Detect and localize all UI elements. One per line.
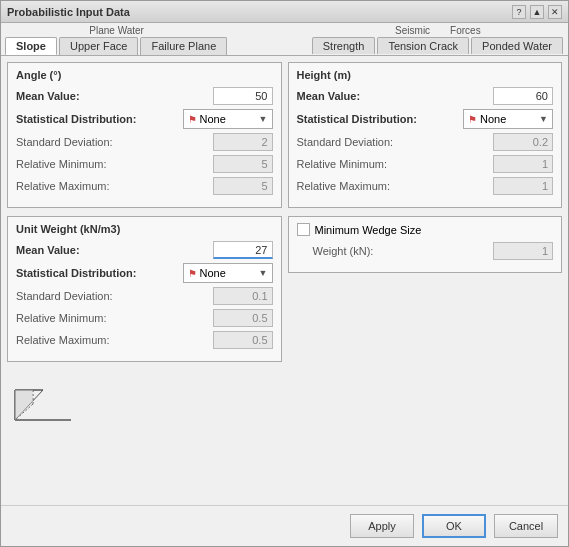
unit-weight-title: Unit Weight (kN/m3) — [16, 223, 273, 235]
tabs-section: Plane Water Slope Upper Face Failure Pla… — [1, 23, 568, 56]
angle-mean-row: Mean Value: 50 — [16, 87, 273, 105]
height-dist-icon: ⚑ — [468, 114, 477, 125]
angle-std-dev-label: Standard Deviation: — [16, 136, 213, 148]
uw-rel-max-label: Relative Maximum: — [16, 334, 213, 346]
min-wedge-checkbox-row: Minimum Wedge Size — [297, 223, 554, 236]
right-tab-group: Strength Tension Crack Ponded Water — [312, 37, 564, 54]
unit-weight-group: Unit Weight (kN/m3) Mean Value: 27 Stati… — [7, 216, 282, 362]
height-group: Height (m) Mean Value: 60 Statistical Di… — [288, 62, 563, 208]
apply-button[interactable]: Apply — [350, 514, 414, 538]
seismic-forces-labels: Seismic Forces — [395, 25, 481, 36]
tab-tension-crack[interactable]: Tension Crack — [377, 37, 469, 54]
tabs-upper-row: Plane Water Slope Upper Face Failure Pla… — [1, 23, 568, 55]
uw-rel-min-label: Relative Minimum: — [16, 312, 213, 324]
angle-group: Angle (°) Mean Value: 50 Statistical Dis… — [7, 62, 282, 208]
close-button[interactable]: ✕ — [548, 5, 562, 19]
uw-std-dev-value: 0.1 — [213, 287, 273, 305]
uw-std-dev-label: Standard Deviation: — [16, 290, 213, 302]
uw-rel-min-row: Relative Minimum: 0.5 — [16, 309, 273, 327]
height-dropdown-arrow: ▼ — [539, 114, 548, 124]
weight-label: Weight (kN): — [297, 245, 494, 257]
height-std-dev-label: Standard Deviation: — [297, 136, 494, 148]
title-bar-left: Probabilistic Input Data — [7, 6, 130, 18]
angle-std-dev-row: Standard Deviation: 2 — [16, 133, 273, 151]
uw-stat-dist-row: Statistical Distribution: ⚑ None ▼ — [16, 263, 273, 283]
cancel-button[interactable]: Cancel — [494, 514, 558, 538]
left-tab-group: Slope Upper Face Failure Plane — [5, 37, 228, 55]
angle-mean-label: Mean Value: — [16, 90, 213, 102]
main-window: Probabilistic Input Data ? ▲ ✕ Plane Wat… — [0, 0, 569, 547]
height-stat-dist-dropdown[interactable]: ⚑ None ▼ — [463, 109, 553, 129]
title-bar: Probabilistic Input Data ? ▲ ✕ — [1, 1, 568, 23]
uw-stat-dist-dropdown[interactable]: ⚑ None ▼ — [183, 263, 273, 283]
angle-rel-min-row: Relative Minimum: 5 — [16, 155, 273, 173]
uw-rel-min-value: 0.5 — [213, 309, 273, 327]
angle-dropdown-arrow: ▼ — [259, 114, 268, 124]
content-area: Angle (°) Mean Value: 50 Statistical Dis… — [1, 56, 568, 505]
height-rel-min-row: Relative Minimum: 1 — [297, 155, 554, 173]
tab-strength[interactable]: Strength — [312, 37, 376, 54]
min-wedge-label: Minimum Wedge Size — [315, 224, 422, 236]
height-rel-max-value: 1 — [493, 177, 553, 195]
footer: Apply OK Cancel — [1, 505, 568, 546]
angle-rel-max-row: Relative Maximum: 5 — [16, 177, 273, 195]
weight-value: 1 — [493, 242, 553, 260]
uw-dist-icon: ⚑ — [188, 268, 197, 279]
height-mean-label: Mean Value: — [297, 90, 494, 102]
uw-dropdown-arrow: ▼ — [259, 268, 268, 278]
angle-stat-dist-label: Statistical Distribution: — [16, 113, 183, 125]
uw-stat-dist-label: Statistical Distribution: — [16, 267, 183, 279]
min-wedge-group: Minimum Wedge Size Weight (kN): 1 — [288, 216, 563, 273]
height-std-dev-row: Standard Deviation: 0.2 — [297, 133, 554, 151]
tab-failure-plane[interactable]: Failure Plane — [140, 37, 227, 55]
forces-label: Forces — [450, 25, 481, 36]
left-panel: Angle (°) Mean Value: 50 Statistical Dis… — [7, 62, 282, 499]
ok-button[interactable]: OK — [422, 514, 486, 538]
height-stat-dist-row: Statistical Distribution: ⚑ None ▼ — [297, 109, 554, 129]
uw-stat-dist-content: ⚑ None — [188, 267, 226, 279]
angle-rel-min-label: Relative Minimum: — [16, 158, 213, 170]
angle-std-dev-value: 2 — [213, 133, 273, 151]
plane-water-label: Plane Water — [89, 25, 144, 36]
plane-water-group: Plane Water Slope Upper Face Failure Pla… — [5, 25, 228, 55]
angle-stat-dist-row: Statistical Distribution: ⚑ None ▼ — [16, 109, 273, 129]
uw-mean-value[interactable]: 27 — [213, 241, 273, 259]
uw-mean-row: Mean Value: 27 — [16, 241, 273, 259]
angle-stat-dist-dropdown[interactable]: ⚑ None ▼ — [183, 109, 273, 129]
height-mean-row: Mean Value: 60 — [297, 87, 554, 105]
collapse-button[interactable]: ▲ — [530, 5, 544, 19]
tab-slope[interactable]: Slope — [5, 37, 57, 55]
seismic-label: Seismic — [395, 25, 430, 36]
angle-rel-max-label: Relative Maximum: — [16, 180, 213, 192]
tab-ponded-water[interactable]: Ponded Water — [471, 37, 563, 54]
height-mean-value[interactable]: 60 — [493, 87, 553, 105]
angle-group-title: Angle (°) — [16, 69, 273, 81]
title-bar-controls: ? ▲ ✕ — [512, 5, 562, 19]
window-title: Probabilistic Input Data — [7, 6, 130, 18]
svg-marker-6 — [15, 390, 33, 420]
tab-upper-face[interactable]: Upper Face — [59, 37, 138, 55]
angle-rel-max-value: 5 — [213, 177, 273, 195]
angle-stat-dist-content: ⚑ None — [188, 113, 226, 125]
angle-rel-min-value: 5 — [213, 155, 273, 173]
height-rel-max-label: Relative Maximum: — [297, 180, 494, 192]
height-stat-dist-content: ⚑ None — [468, 113, 506, 125]
height-std-dev-value: 0.2 — [493, 133, 553, 151]
slope-diagram — [13, 380, 73, 430]
height-rel-max-row: Relative Maximum: 1 — [297, 177, 554, 195]
height-stat-dist-label: Statistical Distribution: — [297, 113, 464, 125]
angle-mean-value[interactable]: 50 — [213, 87, 273, 105]
uw-rel-max-value: 0.5 — [213, 331, 273, 349]
uw-mean-label: Mean Value: — [16, 244, 213, 256]
uw-std-dev-row: Standard Deviation: 0.1 — [16, 287, 273, 305]
uw-rel-max-row: Relative Maximum: 0.5 — [16, 331, 273, 349]
angle-dist-icon: ⚑ — [188, 114, 197, 125]
min-wedge-checkbox[interactable] — [297, 223, 310, 236]
height-group-title: Height (m) — [297, 69, 554, 81]
seismic-forces-group: Seismic Forces Strength Tension Crack Po… — [312, 25, 564, 55]
help-button[interactable]: ? — [512, 5, 526, 19]
weight-row: Weight (kN): 1 — [297, 242, 554, 260]
height-rel-min-value: 1 — [493, 155, 553, 173]
diagram-area — [7, 370, 282, 440]
height-rel-min-label: Relative Minimum: — [297, 158, 494, 170]
